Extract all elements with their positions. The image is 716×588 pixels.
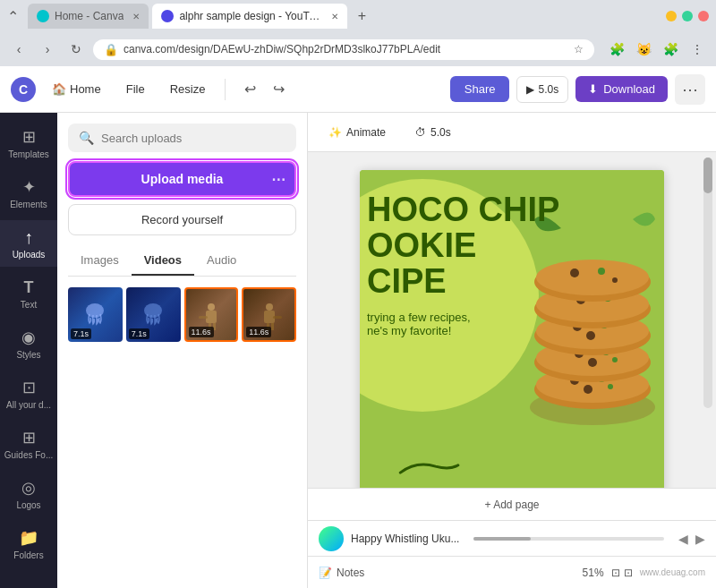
music-bar: Happy Whistling Uku... ◀ ▶	[308, 520, 716, 556]
sidebar-item-templates[interactable]: ⊞ Templates	[0, 120, 57, 166]
record-label: Record yourself	[141, 213, 223, 226]
upload-more-button[interactable]: ⋯	[271, 171, 286, 188]
media-thumb-3[interactable]: 11.6s	[242, 287, 296, 342]
share-label: Share	[465, 82, 496, 96]
undo-button[interactable]: ↩	[236, 76, 263, 103]
elements-icon: ✦	[19, 177, 38, 197]
svg-point-23	[588, 358, 597, 367]
forward-button[interactable]: ›	[36, 38, 59, 61]
sidebar-item-uploads[interactable]: ↑ Uploads	[0, 220, 57, 267]
scroll-right-icon[interactable]: ▶	[695, 532, 705, 546]
svg-rect-2	[208, 303, 215, 311]
close-button[interactable]	[698, 11, 709, 21]
tab-canva-close[interactable]: ✕	[132, 12, 140, 21]
jellyfish-icon-0	[77, 296, 113, 332]
tab-audio[interactable]: Audio	[194, 246, 249, 276]
profile-icon[interactable]: 😺	[632, 38, 655, 61]
design-subtitle-line1: trying a few recipes,	[367, 311, 559, 324]
canvas-scroll[interactable]: HOCO CHIP OOKIE CIPE trying a few recipe…	[308, 152, 716, 488]
search-icon: 🔍	[79, 131, 94, 145]
scroll-left-icon[interactable]: ◀	[678, 532, 688, 546]
templates-icon: ⊞	[19, 127, 38, 147]
sidebar-item-styles[interactable]: ◉ Styles	[0, 320, 57, 367]
timeline-thumb[interactable]	[473, 537, 531, 541]
new-tab-button[interactable]: +	[351, 5, 372, 27]
page-zoom-icon[interactable]: ⊡	[624, 567, 633, 579]
media-thumb-2[interactable]: 11.6s	[184, 287, 239, 342]
svg-point-38	[612, 277, 618, 283]
arrow-svg	[394, 447, 469, 486]
search-box[interactable]: 🔍	[68, 124, 296, 152]
resize-button[interactable]: Resize	[161, 77, 215, 101]
text-icon: T	[19, 277, 38, 297]
redo-button[interactable]: ↪	[265, 76, 292, 103]
svg-point-18	[608, 384, 613, 389]
download-button[interactable]: ⬇ Download	[575, 76, 668, 102]
sidebar-item-elements[interactable]: ✦ Elements	[0, 170, 57, 217]
menu-icon[interactable]: ⋮	[686, 38, 709, 61]
sidebar-item-logos[interactable]: ◎ Logos	[0, 471, 57, 517]
upload-media-button[interactable]: Upload media ⋯	[68, 161, 296, 197]
add-page-label: + Add page	[484, 499, 539, 511]
tab-images[interactable]: Images	[68, 246, 132, 276]
file-button[interactable]: File	[117, 77, 154, 101]
play-icon: ▶	[526, 83, 534, 96]
add-page-button[interactable]: + Add page	[484, 499, 539, 511]
media-thumb-0[interactable]: 7.1s	[68, 287, 123, 342]
canva-logo-letter: C	[19, 82, 28, 97]
page-fit-icon[interactable]: ⊡	[611, 567, 620, 579]
scrollbar-thumb[interactable]	[703, 158, 712, 193]
svg-point-29	[586, 331, 595, 340]
images-tab-label: Images	[81, 253, 119, 267]
guides-fo-label: Guides Fo...	[4, 450, 53, 460]
browser-tab-alphr[interactable]: alphr sample design - YouTube T... ✕	[152, 4, 347, 29]
svg-point-17	[584, 385, 592, 394]
decorative-arrow	[394, 447, 470, 488]
address-bar[interactable]: 🔒 canva.com/design/DAEwU-zhDiw/SQhp2rDrM…	[93, 39, 594, 60]
sidebar-item-all-your-d[interactable]: ⊡ All your d...	[0, 371, 57, 417]
notes-label: Notes	[337, 567, 364, 579]
time-button[interactable]: ⏱ 5.0s	[406, 122, 460, 143]
media-duration-0: 7.1s	[71, 328, 91, 339]
text-label: Text	[21, 300, 37, 310]
folders-icon: 📁	[19, 528, 38, 548]
record-yourself-button[interactable]: Record yourself	[68, 204, 296, 235]
home-button[interactable]: 🏠 Home	[43, 77, 110, 101]
media-thumb-1[interactable]: 7.1s	[126, 287, 181, 342]
media-duration-2: 11.6s	[189, 327, 214, 337]
more-options-button[interactable]: ⋯	[675, 74, 705, 105]
bookmark-icon[interactable]: ☆	[574, 43, 584, 55]
maximize-button[interactable]	[682, 11, 693, 21]
timeline-scrollbar[interactable]	[473, 537, 664, 541]
back-button[interactable]: ‹	[7, 38, 30, 61]
tab-videos[interactable]: Videos	[132, 246, 194, 276]
sidebar-item-folders[interactable]: 📁 Folders	[0, 521, 57, 567]
tab-alphr-close[interactable]: ✕	[331, 12, 338, 21]
upload-media-label: Upload media	[141, 172, 224, 186]
collapse-icon[interactable]: ⌃	[7, 8, 19, 25]
puzzle-icon[interactable]: 🧩	[659, 38, 682, 61]
sidebar-item-text[interactable]: T Text	[0, 270, 57, 317]
animate-button[interactable]: ✨ Animate	[319, 121, 396, 144]
sidebar-item-guides-fo[interactable]: ⊞ Guides Fo...	[0, 421, 57, 467]
reload-button[interactable]: ↻	[64, 38, 88, 61]
browser-tab-canva[interactable]: Home - Canva ✕	[28, 4, 149, 29]
guides-fo-icon: ⊞	[19, 428, 38, 447]
play-button[interactable]: ▶ 5.0s	[516, 76, 568, 103]
all-your-d-icon: ⊡	[19, 378, 38, 397]
uploads-label: Uploads	[13, 250, 46, 260]
minimize-button[interactable]	[666, 11, 677, 21]
canvas-page[interactable]: HOCO CHIP OOKIE CIPE trying a few recipe…	[360, 170, 664, 488]
canva-logo[interactable]: C	[11, 77, 36, 102]
svg-rect-10	[271, 323, 274, 330]
design-title-line3: CIPE	[367, 264, 559, 300]
extensions-icon[interactable]: 🧩	[605, 38, 628, 61]
vertical-scrollbar[interactable]	[703, 158, 712, 408]
media-duration-1: 7.1s	[129, 328, 149, 339]
share-button[interactable]: Share	[450, 76, 510, 102]
notes-icon: 📝	[319, 567, 332, 579]
notes-button[interactable]: 📝 Notes	[319, 567, 364, 579]
home-label: Home	[70, 82, 101, 96]
search-input[interactable]	[101, 132, 286, 145]
watermark: www.deuag.com	[640, 567, 705, 577]
